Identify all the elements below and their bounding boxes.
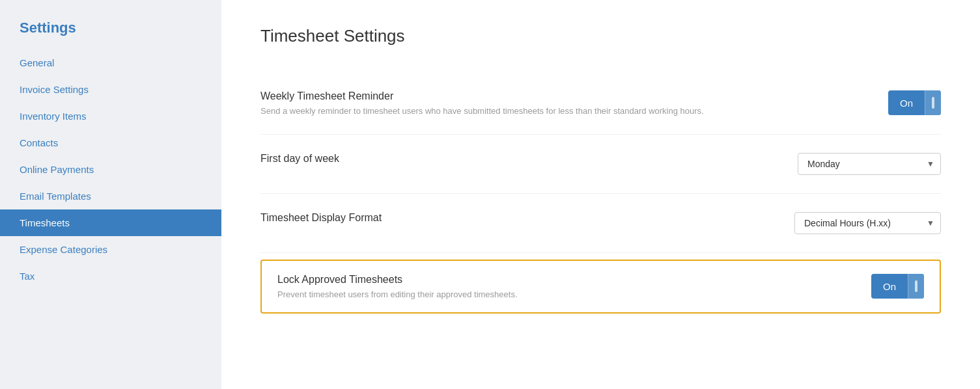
toggle-lock-approved[interactable]: On xyxy=(871,274,924,299)
setting-label-lock-approved: Lock Approved Timesheets xyxy=(277,274,518,286)
sidebar-item-contacts[interactable]: Contacts xyxy=(0,129,221,156)
sidebar-item-timesheets[interactable]: Timesheets xyxy=(0,209,221,236)
toggle-weekly-reminder[interactable]: On xyxy=(888,90,941,115)
setting-label-first-day: First day of week xyxy=(260,153,339,165)
toggle-handle-weekly-reminder xyxy=(925,90,941,115)
setting-row-weekly-reminder: Weekly Timesheet ReminderSend a weekly r… xyxy=(260,72,941,135)
toggle-handle-inner-weekly-reminder xyxy=(932,97,934,109)
sidebar-item-inventory-items[interactable]: Inventory Items xyxy=(0,103,221,129)
select-display-format[interactable]: Decimal Hours (H.xx)Hours and Minutes (H… xyxy=(794,212,941,234)
setting-text-weekly-reminder: Weekly Timesheet ReminderSend a weekly r… xyxy=(260,90,704,116)
setting-row-lock-approved: Lock Approved TimesheetsPrevent timeshee… xyxy=(260,260,941,314)
setting-control-lock-approved: On xyxy=(871,274,924,299)
toggle-handle-lock-approved xyxy=(908,274,924,299)
setting-text-lock-approved: Lock Approved TimesheetsPrevent timeshee… xyxy=(277,274,518,299)
setting-control-first-day: MondayTuesdayWednesdayThursdayFridaySatu… xyxy=(798,153,941,175)
sidebar-item-invoice-settings[interactable]: Invoice Settings xyxy=(0,76,221,103)
sidebar: Settings GeneralInvoice SettingsInventor… xyxy=(0,0,221,389)
setting-control-display-format: Decimal Hours (H.xx)Hours and Minutes (H… xyxy=(794,212,941,234)
setting-label-display-format: Timesheet Display Format xyxy=(260,212,382,224)
setting-text-first-day: First day of week xyxy=(260,153,339,168)
select-wrap-display-format: Decimal Hours (H.xx)Hours and Minutes (H… xyxy=(794,212,941,234)
sidebar-item-general[interactable]: General xyxy=(0,49,221,76)
setting-desc-lock-approved: Prevent timesheet users from editing the… xyxy=(277,289,518,299)
toggle-on-label-lock-approved: On xyxy=(871,281,908,292)
setting-text-display-format: Timesheet Display Format xyxy=(260,212,382,228)
sidebar-item-expense-categories[interactable]: Expense Categories xyxy=(0,236,221,263)
setting-row-first-day: First day of weekMondayTuesdayWednesdayT… xyxy=(260,135,941,194)
toggle-handle-inner-lock-approved xyxy=(915,280,917,292)
page-title: Timesheet Settings xyxy=(260,26,941,46)
toggle-on-label-weekly-reminder: On xyxy=(888,98,925,109)
sidebar-item-tax[interactable]: Tax xyxy=(0,263,221,289)
setting-row-display-format: Timesheet Display FormatDecimal Hours (H… xyxy=(260,194,941,253)
select-first-day[interactable]: MondayTuesdayWednesdayThursdayFridaySatu… xyxy=(798,153,941,175)
setting-control-weekly-reminder: On xyxy=(888,90,941,115)
sidebar-title: Settings xyxy=(0,20,221,49)
setting-desc-weekly-reminder: Send a weekly reminder to timesheet user… xyxy=(260,106,704,116)
main-content: Timesheet Settings Weekly Timesheet Remi… xyxy=(221,0,980,389)
select-wrap-first-day: MondayTuesdayWednesdayThursdayFridaySatu… xyxy=(798,153,941,175)
sidebar-item-online-payments[interactable]: Online Payments xyxy=(0,156,221,183)
app-layout: Settings GeneralInvoice SettingsInventor… xyxy=(0,0,980,389)
setting-label-weekly-reminder: Weekly Timesheet Reminder xyxy=(260,90,704,102)
sidebar-item-email-templates[interactable]: Email Templates xyxy=(0,183,221,209)
